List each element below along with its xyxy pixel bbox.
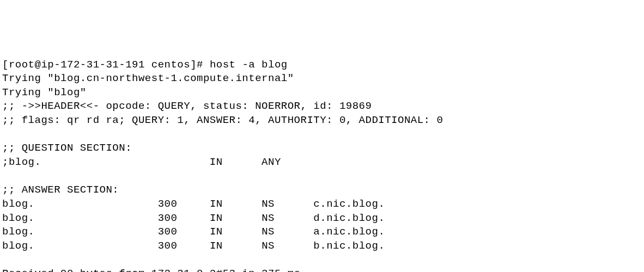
terminal-output: [root@ip-172-31-31-191 centos]# host -a …	[2, 58, 642, 272]
answer-type: NS	[262, 212, 275, 224]
answer-row: blog. 300 IN NS c.nic.blog.	[2, 197, 642, 212]
question-line: ;blog. IN ANY	[2, 156, 642, 170]
answer-type: NS	[262, 226, 275, 238]
answer-value: a.nic.blog.	[313, 226, 385, 238]
answer-value: b.nic.blog.	[313, 240, 385, 252]
output-line-trying1: Trying "blog.cn-northwest-1.compute.inte…	[2, 72, 642, 86]
blank-line	[2, 254, 642, 268]
question-section-header: ;; QUESTION SECTION:	[2, 141, 642, 156]
answer-class: IN	[210, 212, 223, 224]
answer-name: blog.	[2, 212, 35, 224]
answer-ttl: 300	[158, 198, 178, 210]
output-line-flags: ;; flags: qr rd ra; QUERY: 1, ANSWER: 4,…	[2, 114, 642, 128]
answer-value: c.nic.blog.	[313, 198, 385, 210]
prompt-user: root	[9, 59, 35, 71]
blank-line	[2, 128, 642, 142]
received-line: Received 90 bytes from 172.31.0.2#53 in …	[2, 267, 642, 272]
prompt-host: ip-172-31-31-191	[41, 59, 144, 71]
blank-line	[2, 170, 642, 184]
answer-name: blog.	[2, 198, 35, 210]
prompt-symbol: #	[197, 59, 203, 71]
answer-type: NS	[262, 198, 275, 210]
output-line-trying2: Trying "blog"	[2, 86, 642, 100]
answer-section-header: ;; ANSWER SECTION:	[2, 183, 642, 197]
answer-name: blog.	[2, 240, 35, 252]
answer-row: blog. 300 IN NS a.nic.blog.	[2, 225, 642, 239]
prompt-prefix: [	[2, 59, 9, 71]
answer-ttl: 300	[158, 212, 178, 224]
answer-type: NS	[262, 240, 275, 252]
prompt-line[interactable]: [root@ip-172-31-31-191 centos]# host -a …	[2, 58, 642, 72]
answer-class: IN	[210, 198, 223, 210]
answer-class: IN	[210, 240, 223, 252]
answer-class: IN	[210, 226, 223, 238]
command-input[interactable]: host -a blog	[210, 59, 288, 71]
answer-ttl: 300	[158, 226, 178, 238]
answer-name: blog.	[2, 226, 35, 238]
answer-value: d.nic.blog.	[313, 212, 385, 224]
answer-row: blog. 300 IN NS d.nic.blog.	[2, 212, 642, 226]
answer-row: blog. 300 IN NS b.nic.blog.	[2, 239, 642, 254]
prompt-cwd: centos	[151, 59, 190, 71]
output-line-header: ;; ->>HEADER<<- opcode: QUERY, status: N…	[2, 100, 642, 114]
answer-ttl: 300	[158, 240, 178, 252]
